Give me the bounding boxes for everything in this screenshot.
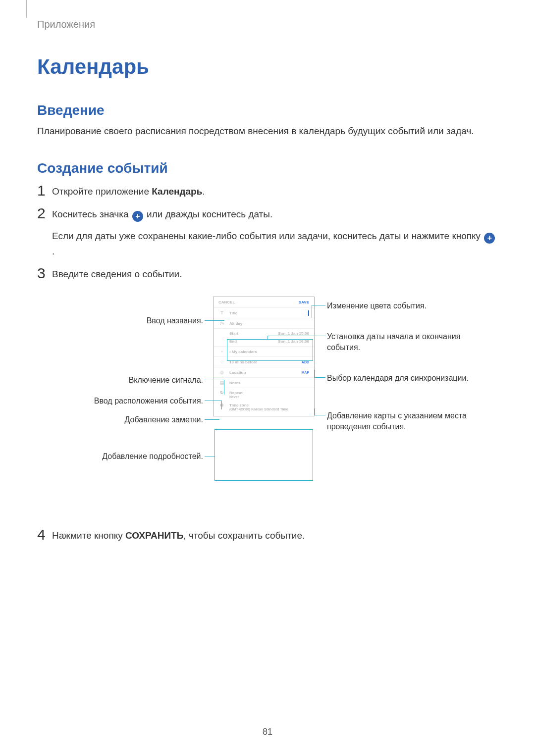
lead-line xyxy=(268,336,325,336)
steps-list-continued: 4 Нажмите кнопку СОХРАНИТЬ, чтобы сохран… xyxy=(37,526,498,543)
start-label: Start xyxy=(229,331,238,336)
lead-line xyxy=(205,380,224,380)
callout-map: Добавление карты с указанием места прове… xyxy=(327,410,485,432)
timezone-label: Time zone xyxy=(229,403,249,407)
callout-color: Изменение цвета события. xyxy=(327,301,485,311)
lead-line xyxy=(205,320,224,321)
step-text: Коснитесь значка xyxy=(52,209,131,219)
save-bold: СОХРАНИТЬ xyxy=(125,530,183,541)
phone-allday-row: ◷ All day xyxy=(214,318,314,329)
callout-notes: Добавление заметки. xyxy=(37,414,203,425)
page-title: Календарь xyxy=(37,55,498,79)
step-number: 1 xyxy=(37,182,52,199)
pin-icon: ◎ xyxy=(218,370,225,375)
callout-location: Ввод расположения события. xyxy=(37,396,203,406)
lead-line xyxy=(312,305,325,305)
plus-icon: + xyxy=(132,211,143,222)
section-heading-create: Создание событий xyxy=(37,160,498,176)
step-body: Нажмите кнопку СОХРАНИТЬ, чтобы сохранит… xyxy=(52,526,498,543)
page-number: 81 xyxy=(0,727,535,737)
lead-line xyxy=(315,415,325,415)
step-2: 2 Коснитесь значка + или дважды коснитес… xyxy=(37,205,498,259)
step-1: 1 Откройте приложение Календарь. xyxy=(37,182,498,199)
step-body: Коснитесь значка + или дважды коснитесь … xyxy=(52,205,498,259)
step-text: . xyxy=(202,186,205,197)
color-square xyxy=(308,310,309,316)
phone-header: CANCEL SAVE xyxy=(214,297,314,308)
notes-label: Notes xyxy=(229,381,240,385)
app-name-bold: Календарь xyxy=(152,186,202,197)
text-icon: T xyxy=(218,310,225,315)
step-number: 3 xyxy=(37,265,52,281)
lead-line xyxy=(205,401,222,401)
phone-repeat-block: ↻Repeat Never xyxy=(214,388,314,401)
step-3: 3 Введите сведения о событии. xyxy=(37,265,498,282)
title-placeholder: Title xyxy=(229,311,237,315)
phone-timezone-block: ⊕Time zone (GMT+09:00) Korean Standard T… xyxy=(214,401,314,416)
document-page: Приложения Календарь Введение Планирован… xyxy=(0,0,535,544)
step-body: Откройте приложение Календарь. xyxy=(52,182,498,199)
repeat-value: Never xyxy=(218,395,309,399)
step-4: 4 Нажмите кнопку СОХРАНИТЬ, чтобы сохран… xyxy=(37,526,498,543)
lead-line xyxy=(221,401,222,409)
callout-calendar: Выбор календаря для синхронизации. xyxy=(327,373,485,384)
lead-line xyxy=(315,377,325,378)
step-text: Откройте приложение xyxy=(52,186,152,197)
lead-line xyxy=(315,408,315,415)
step-text: Если для даты уже сохранены какие-либо с… xyxy=(52,231,483,241)
plus-icon: + xyxy=(484,233,495,244)
step-text: , чтобы сохранить событие. xyxy=(183,530,305,541)
lead-line xyxy=(205,419,219,420)
section-heading-intro: Введение xyxy=(37,102,498,118)
intro-text: Планирование своего расписания посредств… xyxy=(37,124,498,139)
step-number: 2 xyxy=(37,205,52,221)
page-divider xyxy=(26,0,27,18)
globe-icon: ⊕ xyxy=(218,403,225,407)
phone-notes-row: ▤ Notes xyxy=(214,378,314,388)
location-label: Location xyxy=(229,370,246,375)
step-text: Нажмите кнопку xyxy=(52,530,125,541)
cancel-label: CANCEL xyxy=(218,300,235,304)
bell-icon: ♢ xyxy=(218,359,225,364)
phone-title-row: T Title xyxy=(214,308,314,318)
step-text: . xyxy=(52,246,54,256)
lead-line xyxy=(205,456,214,456)
lead-line xyxy=(268,336,268,340)
calendar-icon: ▫ xyxy=(218,349,225,354)
steps-list: 1 Откройте приложение Календарь. 2 Косни… xyxy=(37,182,498,282)
callout-alarm: Включение сигнала. xyxy=(37,375,203,386)
step-number: 4 xyxy=(37,526,52,543)
clock-icon: ◷ xyxy=(218,321,225,326)
lead-line xyxy=(312,305,312,318)
allday-label: All day xyxy=(229,321,242,326)
callout-dates: Установка даты начала и окончания событи… xyxy=(327,331,485,353)
lead-line xyxy=(224,380,224,395)
event-editor-diagram: CANCEL SAVE T Title ◷ All day Start Sun,… xyxy=(37,297,498,514)
map-button-label: MAP xyxy=(301,371,309,374)
breadcrumb: Приложения xyxy=(37,19,498,30)
callout-details: Добавление подробностей. xyxy=(37,451,203,462)
highlight-box-dates xyxy=(227,339,313,361)
step-text: или дважды коснитесь даты. xyxy=(144,209,272,219)
highlight-box-details xyxy=(214,429,313,481)
timezone-value: (GMT+09:00) Korean Standard Time xyxy=(218,407,309,411)
repeat-label: Repeat xyxy=(229,391,243,395)
step-body: Введите сведения о событии. xyxy=(52,265,498,282)
save-label: SAVE xyxy=(299,300,309,304)
start-value: Sun, 1 Jan 15:00 xyxy=(278,331,309,336)
lead-line xyxy=(315,370,315,378)
callout-title: Ввод названия. xyxy=(37,315,203,326)
phone-location-row: ◎ Location MAP xyxy=(214,367,314,378)
